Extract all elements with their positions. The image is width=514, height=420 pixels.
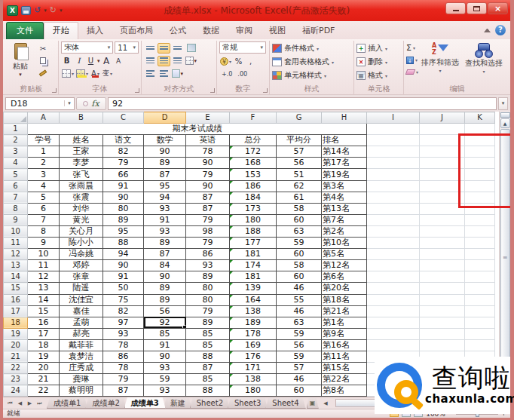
row-header-4[interactable]: 4 [4, 158, 28, 169]
data-cell[interactable]: 87 [186, 363, 230, 374]
data-cell[interactable]: 82 [103, 305, 144, 317]
data-cell[interactable]: 第11名 [322, 351, 367, 362]
data-cell[interactable]: 11 [28, 260, 60, 271]
select-all-corner[interactable] [4, 112, 28, 124]
data-cell[interactable]: 嘉佳 [60, 305, 103, 317]
underline-dropdown-icon[interactable]: ▾ [97, 58, 100, 64]
data-cell[interactable]: 82 [103, 146, 144, 158]
data-cell[interactable]: 93 [144, 225, 186, 237]
phonetic-button[interactable]: 变▾ [102, 68, 113, 79]
data-cell[interactable]: 张雨晨 [60, 180, 103, 192]
data-cell[interactable]: 90 [103, 192, 144, 203]
data-cell[interactable]: 50 [103, 283, 144, 294]
undo-icon[interactable]: ↺ [34, 6, 41, 15]
data-cell[interactable]: 168 [230, 158, 277, 169]
column-header-D[interactable]: D [144, 112, 186, 124]
tab-福昕PDF[interactable]: 福昕PDF [294, 23, 343, 39]
data-cell[interactable]: 第4名 [322, 192, 367, 203]
data-cell[interactable]: 张飞 [60, 169, 103, 180]
data-cell[interactable]: 58 [277, 260, 322, 271]
name-box[interactable]: D18 ▾ [5, 97, 75, 110]
first-sheet-icon[interactable]: ⏮ [6, 400, 14, 406]
tab-file[interactable]: 文件 [6, 22, 44, 39]
data-cell[interactable]: 第20名 [322, 283, 367, 294]
grow-font-button[interactable]: A [101, 55, 112, 66]
prev-sheet-icon[interactable]: ◀ [16, 400, 24, 406]
clear-button[interactable]: ▾ [406, 66, 418, 78]
data-cell[interactable]: 第1名 [322, 317, 367, 328]
data-cell[interactable]: 2 [28, 158, 60, 169]
sheet-tab-Sheet2[interactable]: Sheet2 [190, 397, 230, 409]
next-sheet-icon[interactable]: ▶ [26, 400, 34, 406]
tab-插入[interactable]: 插入 [78, 23, 112, 39]
scroll-up-icon[interactable]: ▲ [500, 118, 510, 128]
row-header-23[interactable]: 23 [4, 374, 28, 385]
data-cell[interactable]: 59 [277, 238, 322, 249]
column-header-A[interactable]: A [28, 112, 60, 124]
row-header-8[interactable]: 8 [4, 203, 28, 214]
data-cell[interactable]: 戴菲菲 [60, 339, 103, 351]
empty-cell[interactable] [367, 339, 420, 351]
cells-item-0[interactable]: +插入▾ [356, 41, 401, 55]
data-cell[interactable]: 85 [186, 328, 230, 339]
paste-button[interactable]: 粘贴 ▾ [7, 41, 34, 78]
data-cell[interactable]: 181 [230, 249, 277, 260]
row-header-6[interactable]: 6 [4, 180, 28, 192]
empty-cell[interactable] [420, 249, 465, 260]
font-name-select[interactable]: 宋体▾ [61, 41, 113, 54]
tab-开始[interactable]: 开始 [44, 22, 78, 39]
empty-cell[interactable] [367, 146, 420, 158]
empty-cell[interactable] [367, 214, 420, 225]
data-cell[interactable]: 84 [144, 260, 186, 271]
data-cell[interactable]: 李梦 [60, 158, 103, 169]
increase-decimal-button[interactable]: +.0 [219, 69, 234, 79]
data-cell[interactable]: 17 [28, 328, 60, 339]
maximize-button[interactable] [467, 2, 487, 14]
data-cell[interactable]: 173 [230, 203, 277, 214]
data-cell[interactable]: 第6名 [322, 271, 367, 283]
data-cell[interactable]: 第19名 [322, 169, 367, 180]
data-cell[interactable]: 93 [144, 203, 186, 214]
data-cell[interactable]: 89 [144, 294, 186, 305]
undo-dropdown-icon[interactable]: ▾ [44, 8, 47, 14]
alignment-dialog-launcher[interactable] [210, 88, 215, 93]
data-cell[interactable]: 85 [144, 328, 186, 339]
data-cell[interactable]: 97 [103, 317, 144, 328]
data-cell[interactable]: 3 [28, 169, 60, 180]
data-cell[interactable]: 93 [144, 385, 186, 397]
empty-cell[interactable] [465, 146, 495, 158]
row-header-21[interactable]: 21 [4, 351, 28, 362]
styles-item-1[interactable]: 套用表格格式▾ [272, 55, 351, 69]
middle-align-button[interactable] [158, 43, 170, 54]
data-cell[interactable]: 18 [28, 339, 60, 351]
row-header-12[interactable]: 12 [4, 249, 28, 260]
data-cell[interactable]: 蔡明明 [60, 385, 103, 397]
data-cell[interactable]: 陆遥 [60, 283, 103, 294]
empty-cell[interactable] [465, 317, 495, 328]
data-cell[interactable]: 13 [28, 283, 60, 294]
data-cell[interactable]: 98 [186, 225, 230, 237]
empty-cell[interactable] [420, 305, 465, 317]
data-cell[interactable]: 91 [103, 271, 144, 283]
excel-logo-icon[interactable]: X [7, 5, 18, 16]
data-cell[interactable]: 第9名 [322, 328, 367, 339]
empty-cell[interactable] [367, 135, 420, 146]
data-cell[interactable]: 87 [144, 169, 186, 180]
data-cell[interactable]: 79 [186, 214, 230, 225]
empty-cell[interactable] [420, 124, 465, 135]
column-header-I[interactable]: I [367, 112, 420, 124]
data-cell[interactable]: 93 [186, 260, 230, 271]
empty-cell[interactable] [367, 124, 420, 135]
sheet-tab-新建[interactable]: 新建 [164, 397, 192, 409]
data-cell[interactable]: 91 [144, 339, 186, 351]
scrollbar-thumb[interactable]: ≡ [500, 129, 510, 385]
comma-style-button[interactable]: , [245, 56, 256, 67]
data-cell[interactable]: 180 [230, 385, 277, 397]
empty-cell[interactable] [465, 180, 495, 192]
clipboard-dialog-launcher[interactable] [52, 88, 57, 93]
data-cell[interactable]: 85 [186, 374, 230, 385]
shrink-font-button[interactable]: A [113, 55, 124, 66]
data-cell[interactable]: 90 [103, 260, 144, 271]
data-cell[interactable]: 第2名 [322, 225, 367, 237]
data-cell[interactable]: 78 [103, 363, 144, 374]
